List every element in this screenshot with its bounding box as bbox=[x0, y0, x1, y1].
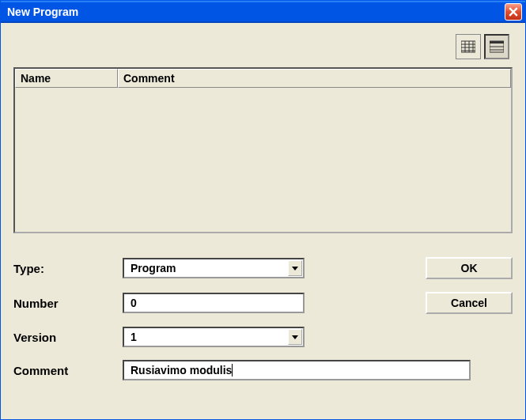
comment-input-wrap: Rusiavimo modulis bbox=[123, 360, 471, 380]
comment-label: Comment bbox=[13, 364, 116, 377]
number-label: Number bbox=[13, 297, 116, 310]
chevron-down-icon[interactable] bbox=[288, 329, 302, 345]
form-area: Type: Program OK Number Cancel Version 1… bbox=[13, 257, 513, 380]
svg-rect-8 bbox=[490, 41, 504, 44]
chevron-down-icon[interactable] bbox=[288, 260, 302, 276]
version-value: 1 bbox=[124, 329, 288, 345]
column-header-name[interactable]: Name bbox=[15, 69, 118, 88]
view-detail-button[interactable] bbox=[484, 34, 509, 59]
version-label: Version bbox=[13, 331, 116, 344]
window-title: New Program bbox=[7, 6, 78, 18]
view-grid-button[interactable] bbox=[456, 34, 481, 59]
version-select[interactable]: 1 bbox=[123, 327, 305, 347]
column-header-comment[interactable]: Comment bbox=[118, 69, 511, 88]
text-caret bbox=[232, 364, 233, 376]
dialog-window: New Program bbox=[0, 0, 526, 420]
cancel-button[interactable]: Cancel bbox=[426, 292, 513, 314]
ok-button[interactable]: OK bbox=[426, 257, 513, 279]
list-body bbox=[15, 88, 511, 232]
program-list[interactable]: Name Comment bbox=[13, 67, 513, 233]
list-header: Name Comment bbox=[15, 69, 511, 88]
dialog-content: Name Comment Type: Program OK Number Can… bbox=[1, 23, 525, 419]
type-select[interactable]: Program bbox=[123, 258, 305, 278]
titlebar: New Program bbox=[1, 1, 525, 23]
close-button[interactable] bbox=[505, 3, 522, 21]
toolbar bbox=[13, 29, 513, 67]
comment-text: Rusiavimo modulis bbox=[131, 364, 232, 376]
number-input[interactable] bbox=[124, 295, 303, 311]
comment-input[interactable]: Rusiavimo modulis bbox=[124, 362, 469, 378]
type-label: Type: bbox=[13, 262, 116, 275]
number-input-wrap bbox=[123, 293, 305, 313]
type-value: Program bbox=[124, 260, 288, 276]
